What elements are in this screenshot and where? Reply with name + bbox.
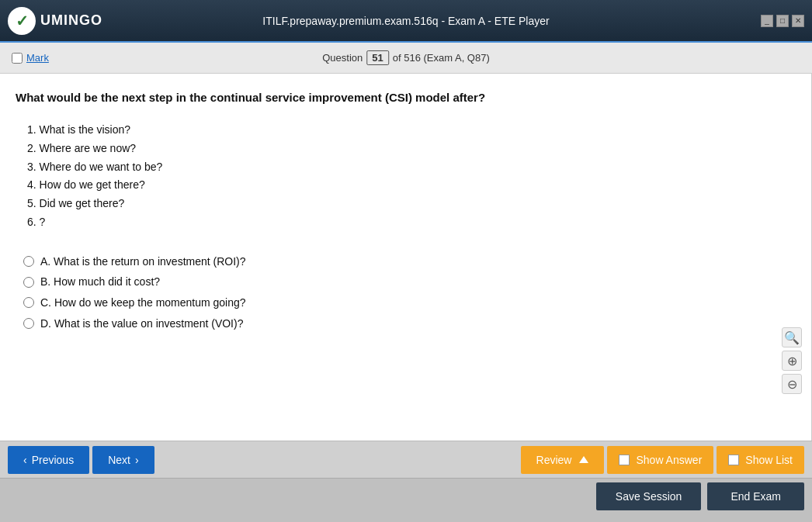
- show-list-checkbox-icon: [728, 455, 739, 465]
- zoom-out-button[interactable]: ⊖: [782, 374, 802, 394]
- zoom-controls: 🔍 ⊕ ⊖: [782, 327, 802, 394]
- review-label: Review: [536, 454, 572, 466]
- option-label-a: A. What is the return on investment (ROI…: [40, 251, 246, 272]
- option-label-b: B. How much did it cost?: [40, 271, 160, 292]
- save-session-button[interactable]: Save Session: [596, 482, 702, 510]
- maximize-button[interactable]: □: [776, 15, 789, 27]
- question-number-box: 51: [366, 50, 388, 65]
- mark-link[interactable]: Mark: [26, 52, 49, 64]
- previous-label: Previous: [32, 454, 74, 466]
- show-list-button[interactable]: Show List: [717, 446, 804, 474]
- question-header: Mark Question 51 of 516 (Exam A, Q87): [0, 43, 812, 74]
- show-answer-label: Show Answer: [636, 454, 702, 466]
- window-controls: _ □ ✕: [761, 15, 804, 27]
- chevron-left-icon: ‹: [23, 454, 27, 466]
- question-of-label: of 516 (Exam A, Q87): [393, 52, 490, 64]
- radio-a[interactable]: [23, 256, 34, 267]
- previous-button[interactable]: ‹ Previous: [8, 446, 89, 474]
- content-area: What would be the next step in the conti…: [0, 74, 812, 441]
- show-answer-checkbox-icon: [619, 455, 630, 465]
- window-title: ITILF.prepaway.premium.exam.516q - Exam …: [262, 15, 549, 27]
- csi-step-item: 1. What is the vision?: [27, 121, 796, 140]
- logo: ✓ UMINGO: [8, 7, 102, 35]
- minimize-button[interactable]: _: [761, 15, 773, 27]
- question-label: Question: [322, 52, 363, 64]
- csi-steps-list: 1. What is the vision?2. Where are we no…: [16, 121, 796, 232]
- radio-c[interactable]: [23, 297, 34, 308]
- search-icon-btn[interactable]: 🔍: [782, 327, 802, 347]
- radio-d[interactable]: [23, 318, 34, 329]
- chevron-right-icon: ›: [135, 454, 139, 466]
- action-bar: Save Session End Exam: [0, 478, 812, 514]
- zoom-in-button[interactable]: ⊕: [782, 351, 802, 371]
- question-text: What would be the next step in the conti…: [16, 89, 796, 105]
- next-button[interactable]: Next ›: [92, 446, 154, 474]
- review-button[interactable]: Review: [521, 446, 605, 474]
- review-triangle-icon: [579, 456, 588, 463]
- csi-step-item: 4. How do we get there?: [27, 176, 796, 195]
- csi-step-item: 2. Where are we now?: [27, 140, 796, 158]
- logo-text: UMINGO: [40, 12, 102, 29]
- nav-bar: ‹ Previous Next › Review Show Answer Sho…: [0, 441, 812, 478]
- mark-section[interactable]: Mark: [12, 52, 49, 64]
- csi-step-item: 3. Where do we want to be?: [27, 158, 796, 177]
- title-bar: ✓ UMINGO ITILF.prepaway.premium.exam.516…: [0, 0, 812, 43]
- show-answer-button[interactable]: Show Answer: [607, 446, 713, 474]
- show-list-label: Show List: [745, 454, 793, 466]
- question-number-info: Question 51 of 516 (Exam A, Q87): [322, 50, 490, 65]
- answer-option-b[interactable]: B. How much did it cost?: [23, 271, 796, 292]
- mark-checkbox[interactable]: [12, 53, 23, 64]
- next-label: Next: [108, 454, 130, 466]
- logo-circle: ✓: [8, 7, 36, 35]
- csi-step-item: 6. ?: [27, 213, 796, 232]
- close-button[interactable]: ✕: [792, 15, 804, 27]
- option-label-c: C. How do we keep the momentum going?: [40, 292, 246, 313]
- answer-option-a[interactable]: A. What is the return on investment (ROI…: [23, 251, 796, 272]
- end-exam-button[interactable]: End Exam: [707, 482, 804, 510]
- radio-b[interactable]: [23, 277, 34, 288]
- logo-checkmark: ✓: [16, 12, 29, 30]
- answer-option-c[interactable]: C. How do we keep the momentum going?: [23, 292, 796, 313]
- answer-options-list[interactable]: A. What is the return on investment (ROI…: [16, 251, 796, 334]
- option-label-d: D. What is the value on investment (VOI)…: [40, 313, 243, 334]
- csi-step-item: 5. Did we get there?: [27, 195, 796, 213]
- answer-option-d[interactable]: D. What is the value on investment (VOI)…: [23, 313, 796, 334]
